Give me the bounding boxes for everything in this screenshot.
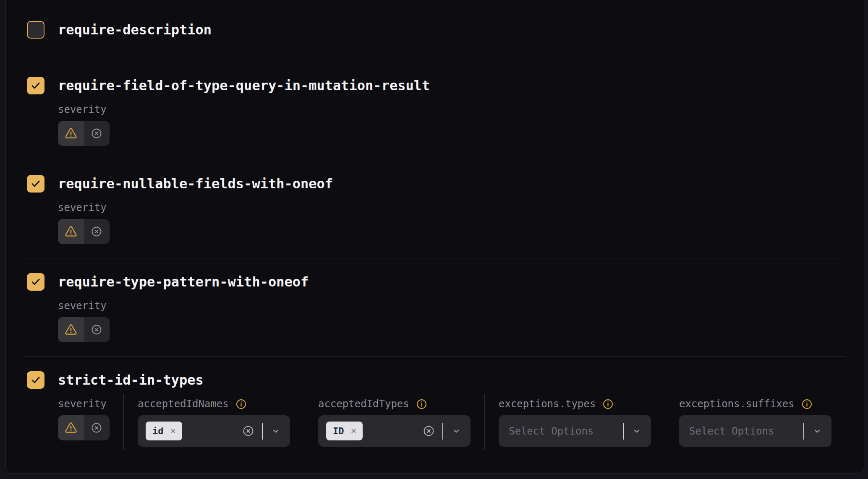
check-icon: [30, 178, 41, 189]
severity-warn-button[interactable]: [58, 219, 84, 244]
circle-x-icon: [91, 226, 102, 237]
severity-off-button[interactable]: [84, 219, 110, 244]
severity-label: severity: [58, 202, 846, 213]
severity-label: severity: [58, 300, 846, 312]
column-divider: [304, 394, 304, 450]
exceptions-types-multiselect[interactable]: Select Options: [499, 415, 651, 447]
check-icon: [30, 80, 41, 91]
rule-checkbox-checked[interactable]: [27, 371, 44, 389]
select-separator: [623, 423, 624, 440]
rules-config-panel: require-description require-field-of-typ…: [5, 0, 864, 474]
select-separator: [803, 423, 804, 440]
column-divider: [123, 394, 124, 450]
rule-row: require-type-pattern-with-oneof severity: [24, 258, 846, 356]
warning-triangle-icon: [64, 323, 78, 336]
rule-row: require-description: [24, 6, 846, 62]
select-placeholder: Select Options: [687, 425, 774, 437]
select-separator: [262, 423, 263, 440]
info-circle-icon[interactable]: [235, 398, 247, 410]
rule-name: require-nullable-fields-with-oneof: [58, 175, 333, 193]
field-label: acceptedIdTypes: [318, 398, 409, 410]
field-label: exceptions.types: [499, 398, 596, 410]
circle-x-icon: [91, 128, 102, 139]
check-icon: [30, 276, 41, 287]
tag-label: id: [152, 426, 164, 436]
acceptedIdNames-multiselect[interactable]: id: [138, 415, 290, 447]
severity-toggle: [58, 219, 110, 244]
select-separator: [442, 423, 443, 440]
rule-row: require-field-of-type-query-in-mutation-…: [24, 62, 846, 160]
selected-tag: id: [146, 422, 182, 440]
exceptions-suffixes-multiselect[interactable]: Select Options: [679, 415, 831, 447]
exceptions-types-column: exceptions.types Select Options: [499, 398, 651, 447]
rule-checkbox-checked[interactable]: [27, 77, 44, 94]
acceptedIdTypes-multiselect[interactable]: ID: [318, 415, 471, 447]
tag-remove-x-icon[interactable]: [170, 427, 177, 435]
circle-x-icon: [91, 422, 102, 434]
severity-toggle: [58, 317, 110, 342]
chevron-down-icon[interactable]: [813, 427, 822, 436]
severity-label: severity: [58, 398, 123, 410]
rule-row: require-nullable-fields-with-oneof sever…: [24, 160, 846, 258]
info-circle-icon[interactable]: [602, 398, 614, 410]
clear-selection-icon[interactable]: [242, 425, 254, 437]
info-circle-icon[interactable]: [416, 398, 427, 410]
field-label: exceptions.suffixes: [679, 398, 795, 410]
info-circle-icon[interactable]: [801, 398, 813, 410]
check-icon: [30, 375, 41, 385]
severity-warn-button[interactable]: [58, 121, 84, 146]
select-placeholder: Select Options: [507, 425, 593, 437]
acceptedIdTypes-column: acceptedIdTypes ID: [318, 398, 471, 447]
warning-triangle-icon: [64, 225, 78, 238]
acceptedIdNames-column: acceptedIdNames id: [138, 398, 290, 447]
rule-row: strict-id-in-types severity: [24, 356, 846, 474]
severity-off-button[interactable]: [84, 317, 110, 342]
severity-warn-button[interactable]: [58, 415, 84, 440]
field-label: acceptedIdNames: [138, 398, 229, 410]
chevron-down-icon[interactable]: [632, 427, 641, 436]
tag-remove-x-icon[interactable]: [350, 427, 357, 435]
severity-toggle: [58, 415, 110, 440]
rule-name: strict-id-in-types: [58, 371, 204, 389]
rule-name: require-type-pattern-with-oneof: [58, 273, 309, 291]
severity-off-button[interactable]: [84, 121, 110, 146]
column-divider: [665, 394, 665, 450]
severity-toggle: [58, 121, 110, 146]
severity-off-button[interactable]: [84, 415, 110, 440]
clear-selection-icon[interactable]: [423, 425, 435, 437]
rule-checkbox-unchecked[interactable]: [27, 21, 44, 39]
rule-name: require-field-of-type-query-in-mutation-…: [58, 77, 430, 94]
chevron-down-icon[interactable]: [271, 427, 280, 436]
chevron-down-icon[interactable]: [452, 427, 461, 436]
exceptions-suffixes-column: exceptions.suffixes Select Options: [679, 398, 831, 447]
severity-column: severity: [58, 398, 123, 447]
severity-label: severity: [58, 104, 846, 115]
column-divider: [484, 394, 485, 450]
selected-tag: ID: [326, 422, 363, 440]
rule-checkbox-checked[interactable]: [27, 273, 44, 291]
warning-triangle-icon: [64, 127, 78, 140]
warning-triangle-icon: [64, 421, 78, 435]
tag-label: ID: [333, 426, 344, 436]
severity-warn-button[interactable]: [58, 317, 84, 342]
circle-x-icon: [91, 324, 102, 336]
rule-name: require-description: [58, 21, 212, 39]
rule-checkbox-checked[interactable]: [27, 175, 44, 193]
